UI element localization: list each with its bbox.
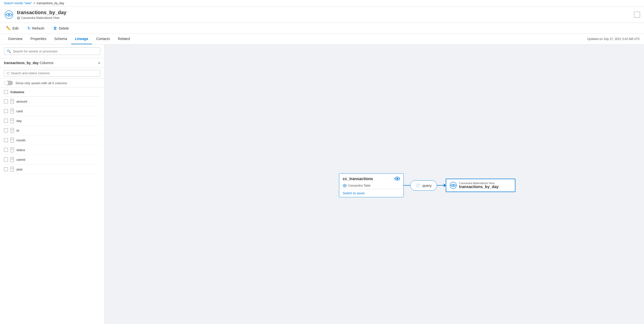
columns-list-header: Columns xyxy=(4,87,100,97)
column-checkbox[interactable] xyxy=(4,119,8,123)
tab-lineage[interactable]: Lineage xyxy=(71,34,92,44)
svg-point-2 xyxy=(8,14,10,15)
column-panel: transactions_by_day Columns « ⬡ Show onl… xyxy=(0,58,104,324)
target-node: Cassandra Materialized View transactions… xyxy=(446,179,515,192)
column-checkbox[interactable] xyxy=(4,158,8,162)
list-item: month xyxy=(4,135,100,145)
source-node-eye-icon[interactable] xyxy=(394,177,400,182)
filter-icon: ⬡ xyxy=(7,71,10,75)
breadcrumb-separator: > xyxy=(34,1,35,5)
page-header: transactions_by_day ▤ Cassandra Material… xyxy=(0,7,644,23)
asset-search-input[interactable] xyxy=(13,49,98,53)
column-type-icon xyxy=(10,167,14,172)
list-item: id xyxy=(4,126,100,135)
column-name: userid xyxy=(16,158,25,162)
toggle-knob xyxy=(4,81,8,85)
toggle-row: Show only assets with all 0 columns xyxy=(0,79,104,87)
column-name: card xyxy=(16,109,23,113)
column-search-area: ⬡ xyxy=(0,68,104,79)
tab-schema[interactable]: Schema xyxy=(50,34,71,44)
source-node-subtitle: Cassandra Table xyxy=(339,184,403,189)
column-type-icon xyxy=(10,147,14,152)
column-checkbox[interactable] xyxy=(4,129,8,133)
column-search-wrap-inner: ⬡ xyxy=(4,70,100,77)
breadcrumb-current: transactions_by_day xyxy=(37,1,64,5)
connector-line-2 xyxy=(436,185,444,186)
main-content: 🔍 transactions_by_day Columns « ⬡ xyxy=(0,44,644,324)
columns-list: Columns amount card day id month xyxy=(0,87,104,174)
connector-line-1 xyxy=(403,185,411,186)
column-checkbox[interactable] xyxy=(4,109,8,113)
list-item: year xyxy=(4,164,100,174)
lineage-canvas: cc_transactions xyxy=(104,44,644,324)
page-subtitle: ▤ Cassandra Materialized View xyxy=(17,16,66,20)
switch-to-asset-link[interactable]: Switch to asset xyxy=(343,191,364,195)
connector-1 xyxy=(403,185,411,186)
tabs-list: Overview Properties Schema Lineage Conta… xyxy=(4,34,134,44)
list-item: userid xyxy=(4,155,100,164)
asset-search-wrap: 🔍 xyxy=(4,47,100,55)
column-name: year xyxy=(16,167,23,171)
list-item: card xyxy=(4,106,100,116)
delete-icon: 🗑 xyxy=(53,26,57,30)
list-item: amount xyxy=(4,97,100,106)
refresh-icon: ↻ xyxy=(27,26,30,30)
tabs-bar: Overview Properties Schema Lineage Conta… xyxy=(0,34,644,44)
select-all-checkbox[interactable] xyxy=(4,90,8,94)
page-title: transactions_by_day xyxy=(17,10,66,15)
source-node-footer: Switch to asset xyxy=(339,189,403,197)
target-node-info: Cassandra Materialized View transactions… xyxy=(459,182,511,189)
column-panel-header: transactions_by_day Columns « xyxy=(0,58,104,68)
source-node: cc_transactions xyxy=(339,173,404,197)
column-name: id xyxy=(16,129,19,133)
svg-point-7 xyxy=(344,185,345,186)
left-panel: 🔍 transactions_by_day Columns « ⬡ xyxy=(0,44,104,324)
breadcrumb-link[interactable]: Search results "view" xyxy=(4,1,32,5)
column-items-container: amount card day id month status userid xyxy=(4,97,100,174)
show-assets-toggle[interactable] xyxy=(4,81,13,85)
column-name: amount xyxy=(16,100,27,103)
delete-button[interactable]: 🗑 Delete xyxy=(51,25,71,31)
tab-contacts[interactable]: Contacts xyxy=(92,34,114,44)
collapse-panel-button[interactable]: « xyxy=(98,61,100,65)
column-panel-title: transactions_by_day Columns xyxy=(4,61,53,65)
target-node-header: Cassandra Materialized View transactions… xyxy=(446,179,515,191)
column-checkbox[interactable] xyxy=(4,99,8,103)
column-name: day xyxy=(16,119,22,123)
edit-button[interactable]: ✏️ Edit xyxy=(4,25,20,31)
toolbar: ✏️ Edit ↻ Refresh 🗑 Delete xyxy=(0,23,644,34)
column-name: status xyxy=(16,148,25,152)
connector-2 xyxy=(436,184,446,187)
svg-point-10 xyxy=(452,185,454,186)
column-search-input[interactable] xyxy=(11,71,98,75)
column-checkbox[interactable] xyxy=(4,138,8,142)
edit-icon: ✏️ xyxy=(6,26,11,30)
source-node-title: cc_transactions xyxy=(343,177,373,181)
lineage-diagram: cc_transactions xyxy=(339,173,515,197)
subtitle-table-icon: ▤ xyxy=(17,16,20,20)
maximize-button[interactable] xyxy=(634,12,640,18)
tab-properties[interactable]: Properties xyxy=(26,34,50,44)
list-item: day xyxy=(4,116,100,126)
app-logo xyxy=(4,10,14,20)
toggle-label: Show only assets with all 0 columns xyxy=(16,81,67,85)
column-name: month xyxy=(16,138,26,142)
tab-related[interactable]: Related xyxy=(114,34,134,44)
process-node-label: query xyxy=(422,183,432,188)
column-type-icon xyxy=(10,109,14,114)
process-node: 📄 query xyxy=(410,180,437,190)
column-checkbox[interactable] xyxy=(4,148,8,152)
column-type-icon xyxy=(10,128,14,133)
target-node-title: transactions_by_day xyxy=(459,185,511,189)
svg-point-4 xyxy=(396,178,398,179)
breadcrumb: Search results "view" > transactions_by_… xyxy=(0,0,644,7)
asset-search-area: 🔍 xyxy=(0,44,104,58)
column-type-icon xyxy=(10,99,14,104)
column-type-icon xyxy=(10,138,14,143)
source-node-header: cc_transactions xyxy=(339,174,403,184)
refresh-button[interactable]: ↻ Refresh xyxy=(26,25,46,31)
column-checkbox[interactable] xyxy=(4,167,8,171)
list-item: status xyxy=(4,145,100,155)
column-type-icon xyxy=(10,157,14,162)
tab-overview[interactable]: Overview xyxy=(4,34,26,44)
